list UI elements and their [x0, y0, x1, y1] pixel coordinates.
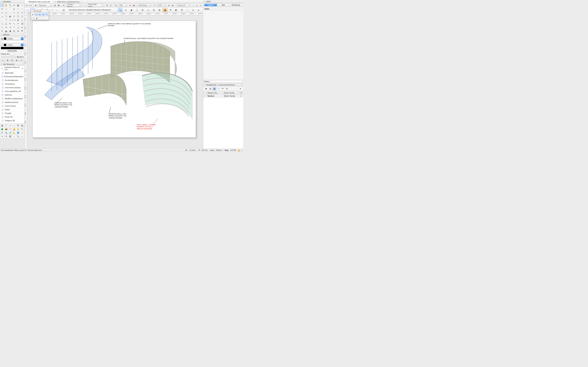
- link-button[interactable]: ⛓: [10, 59, 14, 61]
- triangle-tool[interactable]: △: [0, 15, 4, 18]
- rectangle-tool[interactable]: ▭: [0, 11, 4, 14]
- snap-angle-button[interactable]: ⊕: [38, 13, 42, 16]
- stack-icon[interactable]: ▤: [171, 4, 174, 7]
- setstr-item[interactable]: ◳Modifica Suddivisione: [0, 97, 24, 100]
- class-select[interactable]: Nessuna: [38, 4, 51, 7]
- snap-9[interactable]: 👁: [168, 8, 173, 12]
- arc2-tool[interactable]: ⟆: [0, 22, 4, 25]
- close-icon[interactable]: ✕: [1, 34, 2, 35]
- close-icon[interactable]: ✕: [55, 1, 56, 3]
- setstr-item[interactable]: ◳Protrusione/Sottrazione: [0, 75, 24, 78]
- setstr-item[interactable]: ◳Crea forma stampo: [0, 86, 24, 90]
- toolset-btn[interactable]: 🔩: [4, 131, 8, 134]
- tab-document-2[interactable]: ✕ Multi-story curtainwall.vwx: [53, 0, 82, 3]
- nav-references-button[interactable]: 🗎: [225, 87, 229, 90]
- align-tool[interactable]: ⊟: [12, 29, 16, 33]
- line-tool[interactable]: ／: [4, 7, 8, 11]
- setstr-item[interactable]: ◳Poligono 3D: [0, 119, 24, 123]
- toolset-btn[interactable]: ☼: [20, 135, 24, 138]
- plane-select[interactable]: Piano dello scher...: [87, 4, 103, 7]
- setstr-item[interactable]: ◳Crea superficie Loft: [0, 90, 24, 93]
- snap-5[interactable]: ▭: [146, 8, 151, 12]
- shadow-slider[interactable]: [1, 57, 18, 57]
- mystery-tool-1[interactable]: ⋯: [20, 7, 24, 11]
- sheet-select[interactable]: Tavola-1 [Nome...: [66, 4, 81, 7]
- standard-palette-header[interactable]: ✕ Standard: [0, 0, 24, 3]
- locus-tool[interactable]: ⊞: [16, 18, 20, 22]
- render-options-icon[interactable]: ⬚: [192, 4, 195, 7]
- rotate-icon[interactable]: ↻: [153, 4, 156, 7]
- shadow-dropdown[interactable]: [9, 53, 15, 55]
- navigation-header[interactable]: ✕ Navigazione - Lucidi presentazione ?: [203, 83, 243, 86]
- close-icon[interactable]: ✕: [32, 10, 33, 12]
- snap-grid-button[interactable]: ⊞: [31, 13, 35, 16]
- shear-tool[interactable]: ⤡: [12, 22, 16, 25]
- quarter-arc-tool[interactable]: ◟: [0, 18, 4, 22]
- circle-tool[interactable]: ○: [8, 11, 12, 14]
- snap-10[interactable]: ◐: [174, 8, 179, 12]
- help-icon[interactable]: ?: [47, 10, 48, 12]
- saved-view-icon[interactable]: 👁: [62, 4, 65, 7]
- check-icon[interactable]: ✓: [204, 95, 206, 98]
- mode-7[interactable]: ⟋: [55, 8, 59, 12]
- nav-prev-button[interactable]: ◀: [6, 59, 9, 61]
- setstr-item[interactable]: ◳Smussatura: [0, 82, 24, 86]
- snap-7[interactable]: ⊞: [157, 8, 162, 12]
- unified-view-button[interactable]: ▦: [129, 4, 132, 7]
- split-tool[interactable]: ✦: [4, 25, 8, 29]
- walkthrough-tool[interactable]: ▦: [16, 3, 20, 7]
- info-tab-rendering[interactable]: Rendering: [230, 4, 242, 6]
- nav-design-layers-button[interactable]: ▤: [208, 87, 212, 90]
- x-tool[interactable]: ✕: [0, 7, 4, 11]
- close-icon[interactable]: ✕: [1, 63, 2, 65]
- zoom-out-button[interactable]: 🔍: [114, 4, 117, 7]
- line-preview[interactable]: [1, 47, 24, 49]
- clip-tool[interactable]: ⊙: [20, 25, 24, 29]
- rounded-rect-tool[interactable]: ▢: [4, 11, 8, 14]
- ruler-vertical[interactable]: 5cm10cm15cm20cm25cm30cm5cm10cm15cm20cm25…: [25, 15, 27, 148]
- navigation-row[interactable]: ✓ Tavola-1 [Nome Tavola] 1: [204, 95, 243, 98]
- toolset-btn[interactable]: 🌀: [16, 131, 20, 134]
- nav-col-number[interactable]: Numero Tav...: [207, 92, 223, 94]
- nav-fwd-button[interactable]: ⟹: [29, 4, 32, 7]
- setstr-item[interactable]: ◳Estrai: [0, 108, 24, 111]
- view-select[interactable]: Alto/Pianta: [138, 4, 151, 7]
- dropdown-arrow-icon[interactable]: ▾: [21, 37, 24, 40]
- setstr-item[interactable]: ◳Crea Contour: [0, 104, 24, 108]
- oval-tool[interactable]: ⬭: [12, 11, 16, 14]
- marker-start-button[interactable]: ▾: [1, 59, 5, 61]
- regular-poly-tool[interactable]: ⬠: [4, 15, 8, 18]
- toolset-btn[interactable]: ⬡: [8, 127, 12, 131]
- toolset-btn[interactable]: ➰: [8, 135, 12, 138]
- close-icon[interactable]: ✕: [204, 1, 206, 2]
- nav-back-button[interactable]: ⟸: [25, 4, 28, 7]
- nav-options-button[interactable]: ▾: [239, 87, 242, 90]
- class-icon[interactable]: ◆: [34, 4, 37, 7]
- help-icon[interactable]: ?: [241, 84, 242, 86]
- info-tab-oggetto[interactable]: Oggetto: [204, 4, 217, 6]
- polyline-tool[interactable]: ⬡: [20, 11, 24, 14]
- vincoli-palette[interactable]: ✕ 📌 Vincoli ? ⊞ ▭ ⊕ ⊗ ✕ ⟷ ◢ ↗ ◇ ⬚: [31, 10, 49, 20]
- flyover-tool[interactable]: ⟲: [12, 3, 16, 7]
- render-select[interactable]: Pianta 2D: [176, 4, 190, 7]
- snap-distance-button[interactable]: ⟷: [31, 16, 35, 19]
- offset-tool[interactable]: ⇶: [20, 22, 24, 25]
- setstrumenti-header[interactable]: ✕ Set Strumenti ?: [0, 63, 24, 66]
- multi-view-button[interactable]: ▦: [132, 4, 135, 7]
- tab-document-1[interactable]: ✕ Muratura vetro curva.vwx: [25, 0, 53, 3]
- setstr-item[interactable]: ◳Proietta: [0, 111, 24, 115]
- snap-3[interactable]: ◇: [135, 8, 139, 12]
- pen-color-swatch[interactable]: [4, 44, 6, 46]
- snap-13[interactable]: ⊙: [190, 8, 196, 12]
- nav-next-button[interactable]: ▶: [15, 59, 19, 61]
- setstr-item[interactable]: ◳Imposta il Piano di Lav...▶: [0, 66, 24, 71]
- snap-4[interactable]: ⊕: [140, 8, 145, 12]
- pen-type-button[interactable]: ／: [1, 43, 3, 46]
- fill-preview[interactable]: [1, 41, 24, 43]
- ruler-horizontal[interactable]: -5cm05cm10cm15cm20cm25cm30cm35cm40cm45cm…: [27, 13, 203, 15]
- zoom-select[interactable]: 28%: [118, 4, 127, 7]
- box-tool[interactable]: ☐: [16, 15, 20, 18]
- arc-tool[interactable]: ⌒: [8, 7, 12, 11]
- toolset-btn[interactable]: 🌲: [0, 127, 4, 131]
- nav-col-o[interactable]: O: [240, 92, 243, 94]
